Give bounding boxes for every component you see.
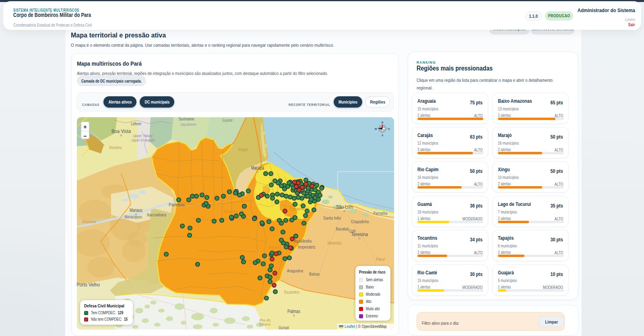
svg-text:Sipaliwini: Sipaliwini: [180, 122, 197, 127]
svg-text:Upper Takutu-: Upper Takutu-: [133, 134, 154, 138]
svg-text:Manaus: Manaus: [130, 207, 142, 213]
svg-text:Chapadinha: Chapadinha: [351, 220, 369, 224]
svg-text:Teresina: Teresina: [351, 232, 368, 237]
svg-text:Boa Vista: Boa Vista: [111, 129, 131, 134]
svg-text:Santa Inês: Santa Inês: [323, 216, 341, 220]
svg-text:Gurupi: Gurupi: [279, 326, 289, 330]
svg-text:Porto Velho: Porto Velho: [77, 282, 100, 288]
svg-text:Balsas: Balsas: [309, 272, 320, 276]
svg-text:Roroima: Roroima: [109, 145, 122, 150]
svg-text:São Luís: São Luís: [336, 204, 353, 210]
svg-text:Amazonas: Amazonas: [82, 220, 96, 224]
svg-text:Suriname: Suriname: [179, 117, 194, 121]
svg-text:Imperatriz: Imperatriz: [298, 245, 316, 249]
svg-text:Tocantins: Tocantins: [283, 290, 299, 295]
svg-text:Araguaína: Araguaína: [287, 269, 303, 273]
svg-text:W: W: [375, 128, 377, 130]
svg-text:S: S: [382, 134, 383, 137]
svg-text:Lethem: Lethem: [131, 122, 141, 126]
svg-text:Parnaíba: Parnaíba: [374, 211, 388, 216]
svg-text:Maranhão: Maranhão: [328, 241, 342, 245]
svg-text:Palmas: Palmas: [287, 309, 300, 314]
svg-text:Parintins: Parintins: [169, 203, 185, 207]
svg-text:Marabá: Marabá: [269, 245, 279, 250]
svg-text:Altamira: Altamira: [224, 209, 238, 214]
svg-text:Bananal: Bananal: [259, 322, 271, 326]
svg-text:Açailândia: Açailândia: [294, 239, 312, 243]
svg-text:Upper Essequibo: Upper Essequibo: [132, 138, 155, 142]
svg-text:N: N: [382, 121, 383, 124]
svg-text:Itacoatiara: Itacoatiara: [147, 213, 166, 217]
svg-text:Guyane: Guyane: [222, 118, 233, 122]
svg-text:Bacabal: Bacabal: [336, 227, 349, 231]
svg-text:Piauí: Piauí: [376, 257, 385, 261]
svg-text:Amapá: Amapá: [238, 147, 248, 152]
svg-text:Manacapuru: Manacapuru: [124, 215, 142, 219]
svg-text:Macapá: Macapá: [251, 165, 264, 171]
svg-text:Ilha do: Ilha do: [259, 318, 270, 322]
svg-text:E: E: [388, 128, 390, 130]
